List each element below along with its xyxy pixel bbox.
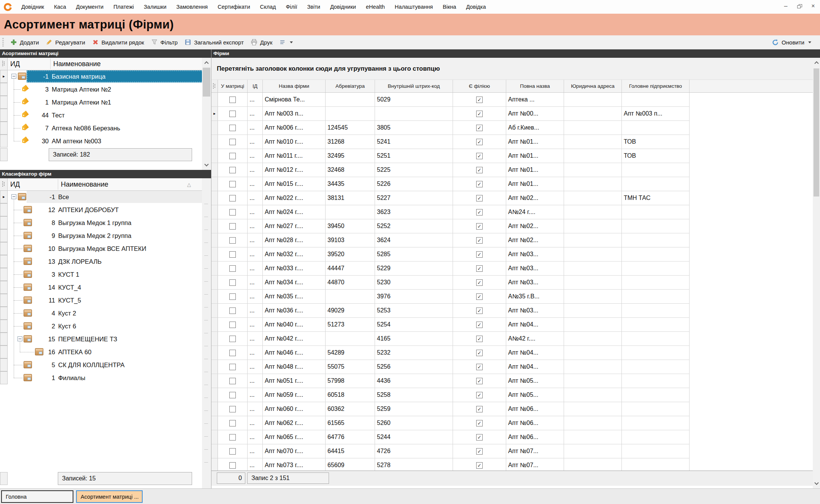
- in-matrix-checkbox[interactable]: [229, 237, 236, 244]
- is-branch-checkbox[interactable]: ✓: [476, 364, 483, 370]
- tree-row[interactable]: 12АПТЕКИ ДОБРОБУТ: [0, 203, 211, 216]
- column-header-3[interactable]: Назва фірми: [263, 80, 326, 92]
- tree-row[interactable]: 3Матрица Аптеки №2: [0, 83, 211, 96]
- column-divider[interactable]: [50, 59, 51, 69]
- table-row[interactable]: ...Апт №034 г....448705230✓Апт №03...: [211, 276, 690, 290]
- table-row[interactable]: ...Апт №051 г....579984436✓Апт №05...: [211, 374, 690, 388]
- menu-item-2[interactable]: Каса: [49, 4, 71, 10]
- table-row[interactable]: ...Апт №006 г....1245453805✓Аб г.Киев...: [211, 121, 690, 135]
- table-row[interactable]: ...Апт №073 г....656095278✓Апт №07...: [211, 458, 690, 471]
- tree-row[interactable]: 3КУСТ 1: [0, 268, 211, 281]
- table-row[interactable]: ...Апт №036 г....490295253✓Апт №03...: [211, 304, 690, 318]
- add-button[interactable]: Додати: [7, 36, 42, 48]
- is-branch-checkbox[interactable]: ✓: [476, 307, 483, 314]
- tree-row[interactable]: 30АМ аптеки №003: [0, 135, 211, 147]
- table-row[interactable]: ...Апт №011 г....324955251✓Апт №01...ТОВ: [211, 149, 690, 163]
- in-matrix-checkbox[interactable]: [229, 448, 236, 455]
- menu-item-14[interactable]: Вікна: [438, 4, 461, 10]
- table-row[interactable]: ...Апт №048 г....550755256✓Апт №04...: [211, 360, 690, 374]
- close-button[interactable]: ×: [809, 2, 817, 10]
- in-matrix-checkbox[interactable]: [229, 462, 236, 469]
- in-matrix-checkbox[interactable]: [229, 97, 236, 103]
- filter-button[interactable]: Фільтр: [148, 36, 181, 48]
- column-header-name[interactable]: Наименование: [61, 178, 108, 190]
- in-matrix-checkbox[interactable]: [229, 167, 236, 173]
- is-branch-checkbox[interactable]: ✓: [476, 322, 483, 328]
- edit-button[interactable]: Редагувати: [42, 36, 89, 48]
- tree-row[interactable]: 15ПЕРЕМЕЩЕНИЕ ТЗ: [0, 333, 211, 346]
- tree-row[interactable]: 8Выгрузка Медок 1 группа: [0, 216, 211, 229]
- print-options-button[interactable]: [276, 36, 296, 48]
- in-matrix-checkbox[interactable]: [229, 392, 236, 398]
- in-matrix-checkbox[interactable]: [229, 153, 236, 159]
- collapse-expander-icon[interactable]: [17, 336, 22, 341]
- collapse-expander-icon[interactable]: [11, 74, 16, 79]
- column-header-8[interactable]: Юридична адреса: [564, 80, 622, 92]
- toolbar-grip[interactable]: [2, 38, 4, 46]
- column-divider[interactable]: [58, 179, 58, 190]
- menu-item-9[interactable]: Філії: [281, 4, 302, 10]
- is-branch-checkbox[interactable]: ✓: [476, 223, 483, 230]
- is-branch-checkbox[interactable]: ✓: [476, 448, 483, 455]
- scroll-down-arrow[interactable]: [813, 479, 820, 488]
- tree-row[interactable]: 1Матрица Аптеки №1: [0, 96, 211, 109]
- tree-row[interactable]: 16АПТЕКА 60: [0, 346, 211, 358]
- menu-item-11[interactable]: Довідники: [325, 4, 361, 10]
- column-header-name[interactable]: Наименование: [53, 58, 101, 70]
- in-matrix-checkbox[interactable]: [229, 336, 236, 342]
- table-row[interactable]: ...Апт №059 г....605185258✓Апт №05...: [211, 388, 690, 402]
- table-row[interactable]: ►...Апт №003 п...✓Апт №00...Апт №003 п..…: [211, 107, 690, 121]
- in-matrix-checkbox[interactable]: [229, 195, 236, 201]
- is-branch-checkbox[interactable]: ✓: [476, 181, 483, 187]
- tree-row[interactable]: 4Куст 2: [0, 307, 211, 320]
- table-row[interactable]: ...Апт №035 г....3976✓А№35 г.В...: [211, 290, 690, 304]
- tree-row[interactable]: ►-1Базисная матрица: [0, 70, 211, 83]
- is-branch-checkbox[interactable]: ✓: [476, 195, 483, 201]
- table-row[interactable]: ...Апт №028 г....391033624✓Апт №02...: [211, 233, 690, 247]
- column-chooser-grip[interactable]: [211, 80, 218, 92]
- firms-scrollbar[interactable]: [813, 58, 820, 488]
- group-by-band[interactable]: Перетягніть заголовок колонки сюди для у…: [211, 58, 820, 80]
- restore-button[interactable]: [796, 2, 803, 10]
- is-branch-checkbox[interactable]: ✓: [476, 111, 483, 117]
- table-row[interactable]: ...Апт №032 г....395205285✓Апт №03...: [211, 247, 690, 262]
- table-row[interactable]: ...Апт №027 г....394505252✓Апт №02...: [211, 219, 690, 233]
- menu-item-8[interactable]: Склад: [255, 4, 281, 10]
- matrices-scrollbar[interactable]: [202, 58, 211, 170]
- is-branch-checkbox[interactable]: ✓: [476, 279, 483, 286]
- export-button[interactable]: Загальний експорт: [181, 36, 247, 48]
- in-matrix-checkbox[interactable]: [229, 420, 236, 426]
- column-header-1[interactable]: У матриці: [218, 80, 248, 92]
- in-matrix-checkbox[interactable]: [229, 434, 236, 441]
- tree-row[interactable]: 2Куст 6: [0, 320, 211, 333]
- tree-row[interactable]: 7Аптека №086 Березань: [0, 122, 211, 135]
- is-branch-checkbox[interactable]: ✓: [476, 237, 483, 244]
- is-branch-checkbox[interactable]: ✓: [476, 406, 483, 412]
- table-row[interactable]: ...Апт №033 г....444475229✓Апт №03...: [211, 262, 690, 276]
- menu-item-6[interactable]: Замовлення: [172, 4, 213, 10]
- scroll-down-arrow[interactable]: [202, 161, 211, 170]
- refresh-button[interactable]: Оновити: [768, 36, 815, 48]
- tree-row[interactable]: 14КУСТ_4: [0, 281, 211, 294]
- in-matrix-checkbox[interactable]: [229, 406, 236, 412]
- scrollbar-thumb[interactable]: [203, 68, 210, 97]
- is-branch-checkbox[interactable]: ✓: [476, 462, 483, 469]
- tree-row[interactable]: 9Выгрузка Медок 2 группа: [0, 229, 211, 242]
- table-row[interactable]: ...Апт №042 г....4165✓А№42 г....: [211, 332, 690, 346]
- table-row[interactable]: ...Апт №012 г....324685225✓Апт №01...: [211, 163, 690, 177]
- table-row[interactable]: ...Апт №040 г....512735254✓Апт №04...: [211, 318, 690, 332]
- in-matrix-checkbox[interactable]: [229, 378, 236, 384]
- in-matrix-checkbox[interactable]: [229, 307, 236, 314]
- tree-row[interactable]: 10Выгрузка Медок ВСЕ АПТЕКИ: [0, 242, 211, 255]
- is-branch-checkbox[interactable]: ✓: [476, 293, 483, 300]
- in-matrix-checkbox[interactable]: [229, 223, 236, 230]
- column-header-id[interactable]: ИД: [10, 178, 20, 190]
- tree-row[interactable]: 5СК ДЛЯ КОЛЛЦЕНТРА: [0, 358, 211, 371]
- print-button[interactable]: Друк: [247, 36, 276, 48]
- scroll-up-arrow[interactable]: [813, 58, 820, 67]
- is-branch-checkbox[interactable]: ✓: [476, 97, 483, 103]
- menu-item-13[interactable]: Налаштування: [390, 4, 438, 10]
- menu-item-15[interactable]: Довідка: [461, 4, 491, 10]
- in-matrix-checkbox[interactable]: [229, 111, 236, 117]
- table-row[interactable]: ...Смірнова Те...5029✓Аптека ...: [211, 93, 690, 107]
